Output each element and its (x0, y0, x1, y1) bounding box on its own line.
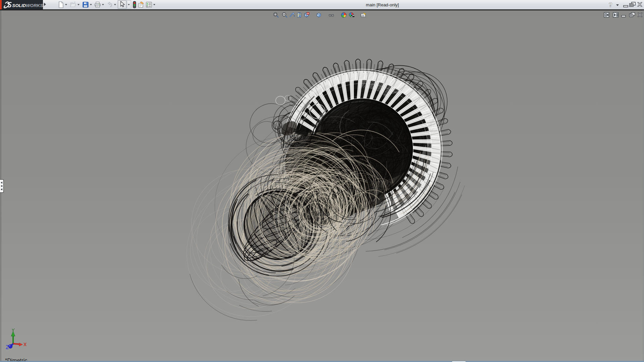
svg-text:SOLIDWORKS: SOLIDWORKS (12, 3, 43, 8)
svg-text:?: ? (609, 2, 612, 8)
